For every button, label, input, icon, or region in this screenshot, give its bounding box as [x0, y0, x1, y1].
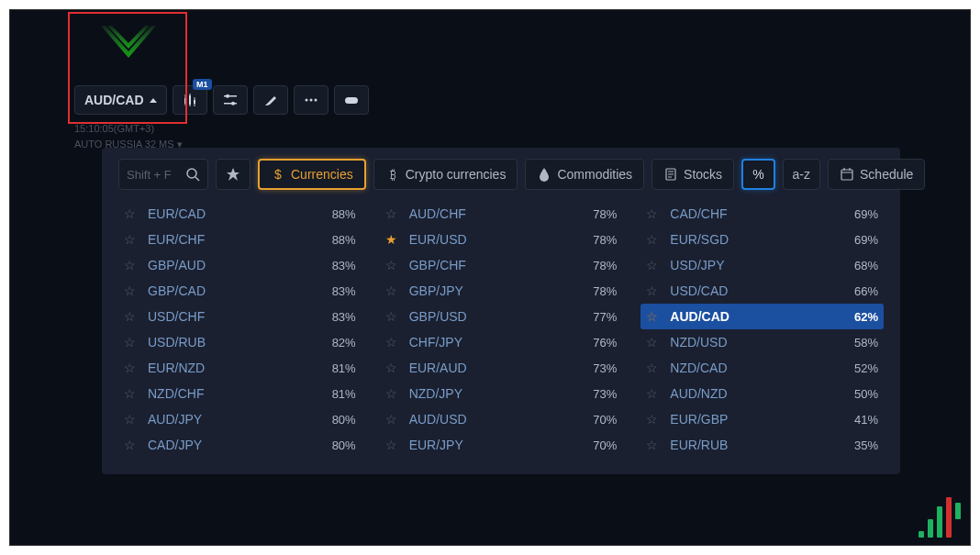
symbol-row[interactable]: ☆USD/CAD66% [640, 278, 884, 304]
symbol-row[interactable]: ☆NZD/CAD52% [640, 355, 884, 381]
crypto-filter[interactable]: ₿ Crypto currencies [373, 159, 518, 190]
az-label: a-z [793, 167, 810, 182]
symbol-row[interactable]: ☆AUD/CHF78% [380, 201, 623, 227]
favorite-star-icon[interactable]: ☆ [385, 361, 400, 375]
document-icon [663, 167, 678, 182]
symbol-row[interactable]: ☆EUR/GBP41% [640, 406, 884, 432]
symbol-row[interactable]: ☆CAD/JPY80% [118, 432, 362, 458]
favorite-star-icon[interactable]: ☆ [385, 438, 400, 452]
symbol-row[interactable]: ☆AUD/NZD50% [640, 381, 884, 406]
favorite-star-icon[interactable]: ☆ [646, 412, 661, 427]
payout-label: 78% [593, 233, 617, 247]
payout-label: 77% [593, 310, 617, 324]
favorite-star-icon[interactable]: ☆ [124, 335, 139, 350]
symbol-row[interactable]: ☆GBP/AUD83% [118, 252, 362, 278]
symbol-row[interactable]: ☆GBP/USD77% [380, 304, 623, 329]
crypto-label: Crypto currencies [406, 167, 507, 182]
favorite-star-icon[interactable]: ☆ [385, 335, 400, 350]
favorite-star-icon[interactable]: ☆ [385, 258, 400, 272]
main-toolbar: AUD/CAD M1 [74, 85, 369, 115]
favorite-star-icon[interactable]: ☆ [124, 361, 139, 375]
svg-line-17 [195, 177, 199, 181]
indicators-button[interactable] [213, 85, 248, 115]
favorite-star-icon[interactable]: ☆ [385, 309, 400, 324]
favorite-star-icon[interactable]: ☆ [385, 412, 400, 427]
symbol-row[interactable]: ☆GBP/CAD83% [118, 278, 362, 304]
symbol-row[interactable]: ☆EUR/NZD81% [118, 355, 362, 381]
pair-label: EUR/JPY [409, 438, 594, 452]
favorite-star-icon[interactable]: ☆ [124, 309, 139, 324]
favorite-star-icon[interactable]: ☆ [646, 232, 661, 247]
pair-label: EUR/CHF [148, 232, 332, 247]
favorite-star-icon[interactable]: ☆ [646, 361, 661, 375]
more-button[interactable] [294, 85, 329, 115]
favorite-star-icon[interactable]: ★ [385, 232, 400, 247]
payout-label: 88% [332, 207, 356, 221]
symbol-row[interactable]: ☆EUR/JPY70% [380, 432, 623, 458]
search-box[interactable] [118, 159, 208, 190]
symbol-row[interactable]: ☆GBP/JPY78% [380, 278, 623, 304]
sort-az-button[interactable]: a-z [783, 159, 820, 190]
gamepad-button[interactable] [334, 85, 369, 115]
currencies-filter[interactable]: $ Currencies [258, 159, 366, 190]
favorite-star-icon[interactable]: ☆ [124, 412, 139, 427]
favorite-star-icon[interactable]: ☆ [124, 438, 139, 452]
favorite-star-icon[interactable]: ☆ [124, 283, 139, 298]
symbol-row[interactable]: ☆CAD/CHF69% [640, 201, 884, 227]
symbol-selector-button[interactable]: AUD/CAD [74, 85, 167, 115]
favorite-star-icon[interactable]: ☆ [385, 206, 400, 221]
symbol-row[interactable]: ☆CHF/JPY76% [380, 329, 623, 355]
favorite-star-icon[interactable]: ☆ [646, 206, 661, 221]
payout-label: 69% [854, 207, 878, 221]
favorite-star-icon[interactable]: ☆ [646, 335, 661, 350]
symbol-row[interactable]: ☆AUD/JPY80% [118, 406, 362, 432]
favorite-star-icon[interactable]: ☆ [646, 386, 661, 401]
symbol-row[interactable]: ☆USD/JPY68% [640, 252, 884, 278]
favorite-star-icon[interactable]: ☆ [124, 258, 139, 272]
symbol-row[interactable]: ☆EUR/SGD69% [640, 227, 884, 252]
symbol-row[interactable]: ☆NZD/CHF81% [118, 381, 362, 406]
favorite-star-icon[interactable]: ☆ [646, 258, 661, 272]
symbol-row[interactable]: ☆GBP/CHF78% [380, 252, 623, 278]
favorite-star-icon[interactable]: ☆ [646, 283, 661, 298]
symbol-row[interactable]: ☆NZD/JPY73% [380, 381, 623, 406]
favorite-star-icon[interactable]: ☆ [385, 283, 400, 298]
symbol-row[interactable]: ☆EUR/CHF88% [118, 227, 362, 252]
favorite-star-icon[interactable]: ☆ [124, 206, 139, 221]
svg-point-16 [187, 169, 196, 178]
favorite-star-icon[interactable]: ☆ [646, 309, 661, 324]
sort-percent-button[interactable]: % [741, 159, 774, 190]
schedule-button[interactable]: Schedule [828, 159, 925, 190]
symbol-row[interactable]: ☆AUD/USD70% [380, 406, 623, 432]
symbol-row[interactable]: ☆USD/CHF83% [118, 304, 362, 329]
commodities-filter[interactable]: Commodities [525, 159, 644, 190]
favorites-filter[interactable] [216, 159, 251, 190]
symbol-row[interactable]: ☆EUR/RUB35% [640, 432, 884, 458]
timeframe-badge: M1 [193, 79, 212, 90]
favorite-star-icon[interactable]: ☆ [385, 386, 400, 401]
drawing-tools-button[interactable] [253, 85, 288, 115]
pair-label: GBP/CHF [409, 258, 594, 272]
pair-label: GBP/USD [409, 309, 594, 324]
symbol-row[interactable]: ☆EUR/AUD73% [380, 355, 623, 381]
symbol-row[interactable]: ☆NZD/USD58% [640, 329, 884, 355]
favorite-star-icon[interactable]: ☆ [124, 232, 139, 247]
stocks-filter[interactable]: Stocks [651, 159, 734, 190]
symbol-row[interactable]: ☆USD/RUB82% [118, 329, 362, 355]
favorite-star-icon[interactable]: ☆ [124, 386, 139, 401]
search-input[interactable] [127, 168, 182, 182]
symbol-row[interactable]: ☆EUR/CAD88% [118, 201, 362, 227]
payout-label: 73% [593, 361, 617, 375]
chart-type-button[interactable]: M1 [173, 85, 207, 115]
clock-label: 15:10:05(GMT+3) [74, 123, 154, 134]
currencies-label: Currencies [291, 167, 353, 182]
symbol-row[interactable]: ★EUR/USD78% [380, 227, 623, 252]
svg-point-11 [231, 102, 235, 105]
payout-label: 88% [332, 233, 356, 247]
symbol-row[interactable]: ☆AUD/CAD62% [640, 304, 884, 329]
svg-text:₿: ₿ [389, 167, 395, 182]
sliders-icon [223, 93, 238, 107]
percent-label: % [752, 167, 763, 182]
pair-label: EUR/NZD [148, 361, 332, 375]
favorite-star-icon[interactable]: ☆ [646, 438, 661, 452]
